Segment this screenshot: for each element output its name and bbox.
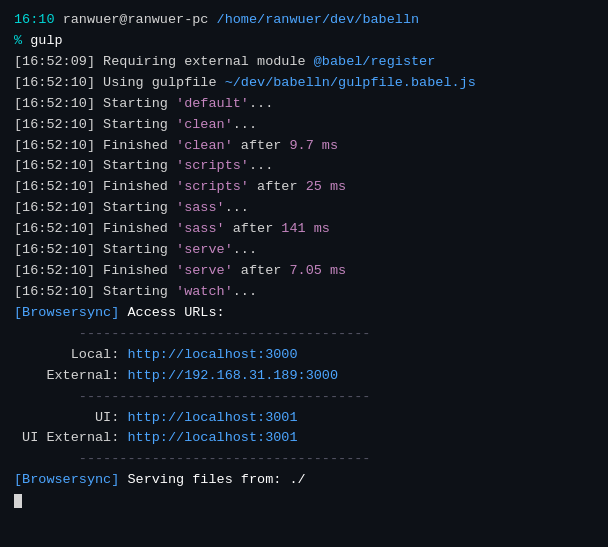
prompt-symbol: % [14, 33, 22, 48]
terminal: 16:10 ranwuer@ranwuer-pc /home/ranwuer/d… [14, 10, 594, 537]
log-line-7: [16:52:10] Starting 'sass'... [14, 198, 594, 219]
prompt-user: ranwuer@ranwuer-pc [63, 12, 209, 27]
prompt-time: 16:10 [14, 12, 55, 27]
divider-bot: ------------------------------------ [14, 449, 594, 470]
log-line-2: [16:52:10] Starting 'default'... [14, 94, 594, 115]
local-url-line: Local: http://localhost:3000 [14, 345, 594, 366]
divider-mid: ------------------------------------ [14, 387, 594, 408]
log-line-6: [16:52:10] Finished 'scripts' after 25 m… [14, 177, 594, 198]
log-line-9: [16:52:10] Starting 'serve'... [14, 240, 594, 261]
command-text: gulp [22, 33, 63, 48]
cursor-line [14, 491, 594, 512]
log-line-1: [16:52:10] Using gulpfile ~/dev/babelln/… [14, 73, 594, 94]
log-line-4: [16:52:10] Finished 'clean' after 9.7 ms [14, 136, 594, 157]
terminal-cursor [14, 494, 22, 508]
serving-line: [Browsersync] Serving files from: ./ [14, 470, 594, 491]
external-url-line: External: http://192.168.31.189:3000 [14, 366, 594, 387]
log-line-5: [16:52:10] Starting 'scripts'... [14, 156, 594, 177]
command-line: % gulp [14, 31, 594, 52]
log-line-11: [16:52:10] Starting 'watch'... [14, 282, 594, 303]
ui-external-url-line: UI External: http://localhost:3001 [14, 428, 594, 449]
prompt-line: 16:10 ranwuer@ranwuer-pc /home/ranwuer/d… [14, 10, 594, 31]
prompt-path: /home/ranwuer/dev/babelln [217, 12, 420, 27]
log-line-3: [16:52:10] Starting 'clean'... [14, 115, 594, 136]
divider-top: ------------------------------------ [14, 324, 594, 345]
log-line-10: [16:52:10] Finished 'serve' after 7.05 m… [14, 261, 594, 282]
log-line-0: [16:52:09] Requiring external module @ba… [14, 52, 594, 73]
log-line-8: [16:52:10] Finished 'sass' after 141 ms [14, 219, 594, 240]
ui-url-line: UI: http://localhost:3001 [14, 408, 594, 429]
browsersync-header: [Browsersync] Access URLs: [14, 303, 594, 324]
